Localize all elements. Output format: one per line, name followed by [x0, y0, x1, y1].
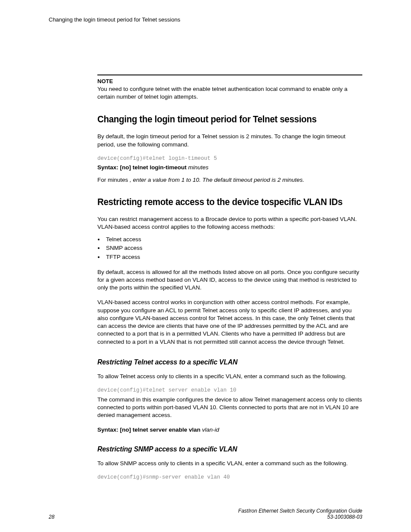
content-area: NOTE You need to configure telnet with t… [97, 75, 362, 480]
para-snmp-vlan-intro: To allow SNMP access only to clients in … [97, 460, 362, 467]
list-item: Telnet access [104, 235, 362, 244]
para-vlan-intro: You can restrict management access to a … [97, 215, 362, 231]
desc-ital: , enter a value from 1 to 10. The defaul… [130, 177, 304, 183]
para-vlan-default: By default, access is allowed for all th… [97, 268, 362, 292]
subheading-snmp-vlan: Restricting SNMP access to a specific VL… [97, 445, 344, 454]
heading-telnet-timeout: Changing the login timeout period for Te… [97, 114, 344, 125]
running-header: Changing the login timeout period for Te… [49, 16, 362, 23]
para-vlan-conjunction: VLAN-based access control works in conju… [97, 299, 362, 345]
syntax-ital: vlan-id [200, 426, 219, 433]
para-telnet-vlan-desc: The command in this example configures t… [97, 396, 362, 420]
code-snmp-vlan: device(config)#snmp-server enable vlan 4… [97, 474, 362, 480]
footer: 28 FastIron Ethernet Switch Security Con… [49, 508, 362, 520]
doc-number: 53-1003088-03 [238, 514, 362, 520]
syntax-bold: Syntax: [no] telnet login-timeout [97, 164, 187, 171]
page-number: 28 [49, 514, 54, 520]
desc-roman: For minutes [97, 177, 130, 183]
guide-title: FastIron Ethernet Switch Security Config… [238, 508, 362, 514]
para-timeout-desc: For minutes , enter a value from 1 to 10… [97, 176, 362, 184]
heading-vlan-restrict: Restricting remote access to the device … [97, 196, 344, 208]
note-label: NOTE [97, 78, 362, 84]
code-telnet-timeout: device(config)#telnet login-timeout 5 [97, 156, 362, 162]
page: Changing the login timeout period for Te… [0, 0, 411, 532]
para-timeout-intro: By default, the login timeout period for… [97, 133, 362, 148]
footer-right: FastIron Ethernet Switch Security Config… [238, 508, 362, 520]
list-item: TFTP access [104, 253, 362, 261]
syntax-ital: minutes [187, 164, 209, 171]
list-item: SNMP access [104, 244, 362, 252]
para-telnet-vlan-intro: To allow Telnet access only to clients i… [97, 373, 362, 380]
code-telnet-vlan: device(config)#telnet server enable vlan… [97, 387, 362, 393]
note-text: You need to configure telnet with the en… [97, 85, 362, 101]
bullet-list: Telnet access SNMP access TFTP access [97, 235, 362, 261]
subheading-telnet-vlan: Restricting Telnet access to a specific … [97, 358, 344, 367]
syntax-bold: Syntax: [no] telnet server enable vlan [97, 426, 200, 433]
syntax-telnet-vlan: Syntax: [no] telnet server enable vlan v… [97, 426, 362, 433]
note-rule [97, 75, 362, 75]
syntax-telnet-timeout: Syntax: [no] telnet login-timeout minute… [97, 164, 362, 171]
